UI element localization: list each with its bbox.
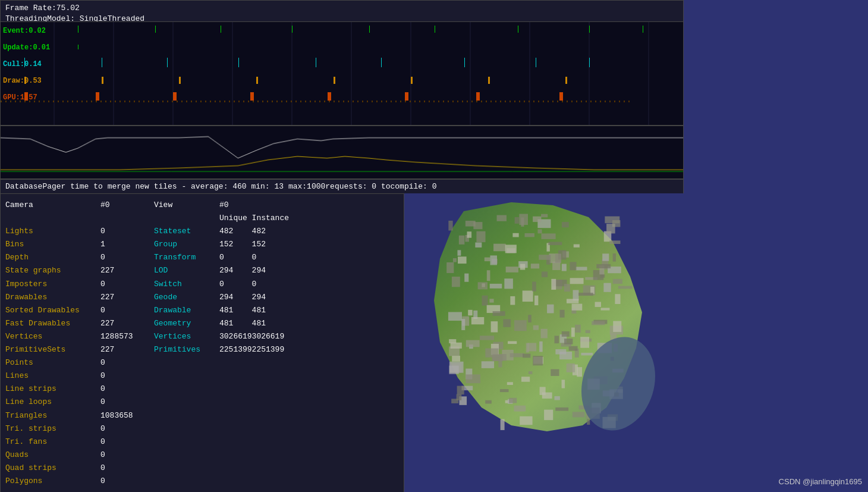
camera-title: Camera [5, 199, 100, 212]
camera-imposters-val: 0 [100, 278, 154, 291]
camera-hash: #0 [100, 199, 154, 212]
camera-sorted-val: 0 [100, 304, 154, 317]
frame-rate: Frame Rate:75.02 [5, 3, 678, 14]
view-geometry-label: Geometry [154, 317, 219, 330]
view-title: View [154, 199, 219, 212]
camera-quads-val: 0 [100, 449, 154, 462]
view-geode-i: 294 [252, 291, 300, 304]
camera-values-col: #0 0 1 0 227 0 227 0 227 1288573 227 0 0… [100, 199, 154, 488]
camera-lights-val: 0 [100, 225, 154, 238]
view-switch-label: Switch [154, 278, 219, 291]
camera-lines-label: Lines [5, 369, 100, 383]
view-lod-u: 294 [219, 264, 252, 277]
view-drawable-label: Drawable [154, 304, 219, 317]
view-geometry-i: 481 [252, 317, 300, 330]
camera-triangles-label: Triangles [5, 409, 100, 422]
camera-bins-label: Bins [5, 238, 100, 251]
camera-depth-label: Depth [5, 251, 100, 264]
camera-triangles-val: 1083658 [100, 409, 154, 422]
view-lod-label: LOD [154, 264, 219, 277]
view-transform-u: 0 [219, 251, 252, 264]
camera-tristrips-label: Tri. strips [5, 422, 100, 435]
db-pager-line: DatabasePager time to merge new tiles - … [0, 179, 684, 194]
camera-drawables-val: 227 [100, 291, 154, 304]
db-pager-text: DatabasePager time to merge new tiles - … [5, 182, 437, 191]
view-switch-u: 0 [219, 278, 252, 291]
second-canvas [1, 126, 683, 178]
watermark: CSDN @jianlingqin1695 [779, 477, 862, 486]
camera-imposters-label: Imposters [5, 278, 100, 291]
camera-fast-val: 227 [100, 317, 154, 330]
camera-lineloops-label: Line loops [5, 396, 100, 409]
camera-points-val: 0 [100, 356, 154, 369]
main-container: Frame Rate:75.02 ThreadingModel: SingleT… [0, 0, 868, 492]
camera-col: Camera Lights Bins Depth State graphs Im… [5, 199, 100, 488]
camera-drawables-label: Drawables [5, 291, 100, 304]
camera-stategraphs-val: 227 [100, 264, 154, 277]
view-lod-i: 294 [252, 264, 300, 277]
camera-tristrips-val: 0 [100, 422, 154, 435]
view-group-label: Group [154, 238, 219, 251]
view-hash: #0 [219, 199, 252, 212]
view-vertices-i: 3026619 [252, 330, 300, 343]
view-vertices-u: 3026619 [219, 330, 252, 343]
view-vertices-label: Vertices [154, 330, 219, 343]
view-col: View Stateset Group Transform LOD Switch… [154, 199, 219, 488]
camera-polygons-val: 0 [100, 475, 154, 488]
camera-linestrips-label: Line strips [5, 383, 100, 396]
perf-graph [0, 21, 684, 126]
view-primitives-i: 2251399 [252, 343, 300, 356]
view-hash-col: #0 Unique 482 152 0 294 0 294 481 481 30… [219, 199, 252, 488]
view-primitives-u: 2251399 [219, 343, 252, 356]
view-geode-u: 294 [219, 291, 252, 304]
camera-depth-val: 0 [100, 251, 154, 264]
view-group-i: 152 [252, 238, 300, 251]
view-unique-header: Unique [219, 212, 252, 225]
camera-vertices-label: Vertices [5, 330, 100, 343]
view-geometry-u: 481 [219, 317, 252, 330]
view-switch-i: 0 [252, 278, 300, 291]
view-primitives-label: Primitives [154, 343, 219, 356]
view-transform-label: Transform [154, 251, 219, 264]
camera-bins-val: 1 [100, 238, 154, 251]
view-transform-i: 0 [252, 251, 300, 264]
view-drawable-i: 481 [252, 304, 300, 317]
camera-lineloops-val: 0 [100, 396, 154, 409]
camera-sorted-label: Sorted Drawables [5, 304, 100, 317]
camera-trifans-label: Tri. fans [5, 435, 100, 449]
camera-trifans-val: 0 [100, 435, 154, 449]
camera-lights-label: Lights [5, 225, 100, 238]
camera-points-label: Points [5, 356, 100, 369]
instance-col: Instance 482 152 0 294 0 294 481 481 302… [252, 199, 300, 488]
map-canvas [404, 193, 684, 434]
camera-quadstrips-val: 0 [100, 462, 154, 475]
watermark-text: CSDN @jianlingqin1695 [779, 477, 862, 486]
camera-stategraphs-label: State graphs [5, 264, 100, 277]
stats-table: Camera Lights Bins Depth State graphs Im… [0, 193, 404, 492]
camera-polygons-label: Polygons [5, 475, 100, 488]
view-drawable-u: 481 [219, 304, 252, 317]
view-geode-label: Geode [154, 291, 219, 304]
map-view [404, 193, 684, 434]
camera-primitivesets-val: 227 [100, 343, 154, 356]
camera-quadstrips-label: Quad strips [5, 462, 100, 475]
view-stateset-label: Stateset [154, 225, 219, 238]
view-instance-header: Instance [252, 212, 300, 225]
camera-lines-val: 0 [100, 369, 154, 383]
camera-primitivesets-label: PrimitiveSets [5, 343, 100, 356]
camera-linestrips-val: 0 [100, 383, 154, 396]
view-stateset-u: 482 [219, 225, 252, 238]
perf-canvas [1, 22, 684, 126]
view-group-u: 152 [219, 238, 252, 251]
camera-vertices-val: 1288573 [100, 330, 154, 343]
second-graph [0, 126, 684, 179]
camera-quads-label: Quads [5, 449, 100, 462]
camera-fast-label: Fast Drawables [5, 317, 100, 330]
view-stateset-i: 482 [252, 225, 300, 238]
